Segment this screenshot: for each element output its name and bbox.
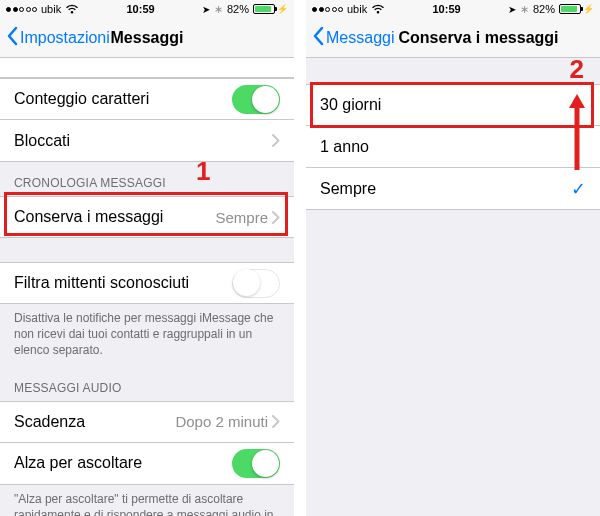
wifi-icon	[371, 4, 385, 14]
option-label: Sempre	[320, 180, 571, 198]
row-filter-unknown[interactable]: Filtra mittenti sconosciuti	[0, 262, 294, 304]
back-label: Impostazioni	[20, 29, 110, 47]
bluetooth-icon: ∗	[214, 3, 223, 16]
chevron-right-icon	[272, 134, 280, 147]
battery-pct: 82%	[533, 3, 555, 15]
screenshot-right: ubik 10:59 ➤ ∗ 82% ⚡ Messaggi Conserva i…	[306, 0, 600, 516]
status-bar: ubik 10:59 ➤ ∗ 82% ⚡	[0, 0, 294, 18]
row-label: Alza per ascoltare	[14, 454, 232, 472]
back-label: Messaggi	[326, 29, 394, 47]
option-30-days[interactable]: 30 giorni	[306, 84, 600, 126]
location-icon: ➤	[508, 4, 516, 15]
battery-icon	[559, 4, 581, 14]
clock: 10:59	[127, 3, 155, 15]
chevron-left-icon	[312, 26, 324, 50]
nav-bar: Messaggi Conserva i messaggi	[306, 18, 600, 58]
group-header-audio: MESSAGGI AUDIO	[0, 367, 294, 401]
status-bar: ubik 10:59 ➤ ∗ 82% ⚡	[306, 0, 600, 18]
signal-dots-icon	[312, 7, 343, 12]
clock: 10:59	[433, 3, 461, 15]
charging-icon: ⚡	[277, 4, 288, 14]
back-button[interactable]: Messaggi	[312, 26, 394, 50]
row-label: Conteggio caratteri	[14, 90, 232, 108]
footer-raise-note: "Alza per ascoltare" ti permette di asco…	[0, 485, 294, 516]
row-raise-listen[interactable]: Alza per ascoltare	[0, 443, 294, 485]
option-label: 1 anno	[320, 138, 586, 156]
clipped-row	[0, 58, 294, 78]
row-label: Bloccati	[14, 132, 272, 150]
chevron-right-icon	[272, 415, 280, 428]
battery-icon	[253, 4, 275, 14]
row-expiry[interactable]: Scadenza Dopo 2 minuti	[0, 401, 294, 443]
chevron-right-icon	[272, 211, 280, 224]
signal-dots-icon	[6, 7, 37, 12]
bluetooth-icon: ∗	[520, 3, 529, 16]
row-label: Filtra mittenti sconosciuti	[14, 274, 232, 292]
charging-icon: ⚡	[583, 4, 594, 14]
checkmark-icon: ✓	[571, 178, 586, 200]
row-blocked[interactable]: Bloccati	[0, 120, 294, 162]
chevron-left-icon	[6, 26, 18, 50]
carrier-label: ubik	[41, 3, 61, 15]
nav-bar: Impostazioni Messaggi	[0, 18, 294, 58]
row-value: Dopo 2 minuti	[175, 413, 268, 430]
battery-pct: 82%	[227, 3, 249, 15]
row-char-count[interactable]: Conteggio caratteri	[0, 78, 294, 120]
back-button[interactable]: Impostazioni	[6, 26, 110, 50]
page-title: Conserva i messaggi	[398, 29, 558, 47]
toggle-raise-listen[interactable]	[232, 449, 280, 478]
footer-filter-note: Disattiva le notifiche per messaggi iMes…	[0, 304, 294, 367]
toggle-filter-unknown[interactable]	[232, 269, 280, 298]
option-forever[interactable]: Sempre ✓	[306, 168, 600, 210]
wifi-icon	[65, 4, 79, 14]
group-header-history: CRONOLOGIA MESSAGGI	[0, 162, 294, 196]
carrier-label: ubik	[347, 3, 367, 15]
option-label: 30 giorni	[320, 96, 586, 114]
location-icon: ➤	[202, 4, 210, 15]
row-keep-messages[interactable]: Conserva i messaggi Sempre	[0, 196, 294, 238]
row-label: Conserva i messaggi	[14, 208, 215, 226]
row-label: Scadenza	[14, 413, 175, 431]
row-value: Sempre	[215, 209, 268, 226]
screenshot-left: ubik 10:59 ➤ ∗ 82% ⚡ Impostazioni Messag…	[0, 0, 294, 516]
option-1-year[interactable]: 1 anno	[306, 126, 600, 168]
toggle-char-count[interactable]	[232, 85, 280, 114]
